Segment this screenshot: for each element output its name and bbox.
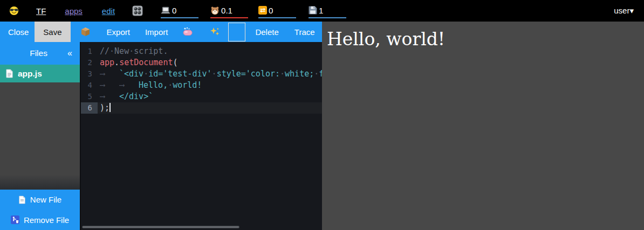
close-button[interactable]: Close (8, 27, 29, 37)
line-number[interactable]: 6 (81, 102, 98, 114)
import-button[interactable]: Import (145, 27, 168, 37)
laptop-icon (161, 6, 170, 15)
user-menu[interactable]: user▾ (614, 6, 634, 16)
new-file-label: New File (30, 195, 61, 204)
code-line-text: ); (98, 102, 111, 114)
repeat-icon (258, 6, 267, 15)
file-name: app.js (18, 69, 42, 79)
files-header: Files « (0, 42, 80, 65)
code-line-text: ⟶⟶Hello,·world! (98, 80, 202, 91)
main-area: Close Save Export Import (0, 22, 644, 230)
line-number[interactable]: 1 (81, 46, 98, 57)
text-cursor (109, 103, 111, 112)
package-icon[interactable] (80, 27, 91, 37)
code-line-text: app.setDocument( (98, 57, 178, 68)
file-item-appjs[interactable]: app.js (0, 65, 80, 82)
control-knobs-icon[interactable] (132, 5, 143, 16)
code-line[interactable]: 6); (81, 102, 322, 114)
save-button[interactable]: Save (35, 22, 70, 42)
new-file-page-icon (18, 196, 26, 204)
metric-value: 0 (269, 6, 273, 15)
files-sidebar: Files « app.js (0, 42, 80, 230)
loops-metric-field[interactable]: 0 (258, 4, 296, 18)
soap-icon[interactable] (182, 27, 193, 37)
file-page-icon (5, 69, 13, 78)
metric-value: 1 (319, 6, 323, 15)
code-line[interactable]: 2app.setDocument( (81, 57, 322, 68)
code-line[interactable]: 3⟶`<div·id='test-div'·style='color:·whit… (81, 68, 322, 80)
apps-link[interactable]: apps (65, 6, 83, 16)
brand-link[interactable]: TF (36, 6, 46, 16)
output-pane: Hello, world! (322, 22, 644, 230)
files-title: Files (0, 48, 67, 58)
content-row: Files « app.js (0, 42, 322, 230)
ide-panel: Close Save Export Import (0, 22, 322, 230)
line-number[interactable]: 3 (81, 68, 98, 80)
cpu-metric-field[interactable]: 0 (161, 4, 198, 18)
line-number[interactable]: 2 (81, 57, 98, 68)
blank-button[interactable] (228, 23, 245, 41)
sunglasses-face-icon[interactable] (9, 6, 19, 16)
metric-value: 0 (172, 6, 176, 15)
memory-metric-field[interactable]: 0.1 (210, 4, 248, 18)
output-text: Hello, world! (322, 22, 644, 50)
remove-file-label: Remove File (24, 215, 69, 225)
saves-metric-field[interactable]: 1 (309, 4, 346, 18)
line-number[interactable]: 5 (81, 91, 98, 102)
code-line-text: ⟶</div>` (98, 91, 153, 102)
floppy-icon (309, 6, 317, 15)
line-number[interactable]: 4 (81, 80, 98, 91)
editor-toolbar: Close Save Export Import (0, 22, 322, 42)
litter-bin-icon (11, 215, 19, 224)
code-line-text: ⟶`<div·id='test-div'·style='color:·white… (98, 68, 322, 80)
remove-file-button[interactable]: Remove File (0, 210, 80, 230)
sidebar-filler (0, 82, 80, 190)
delete-button[interactable]: Delete (255, 27, 278, 37)
code-line[interactable]: 5⟶</div>` (81, 91, 322, 102)
code-lines: 1//·New·script.2app.setDocument(3⟶`<div·… (81, 46, 322, 114)
code-line[interactable]: 4⟶⟶Hello,·world! (81, 80, 322, 91)
top-navbar: TF apps edit 0 (0, 0, 644, 22)
metric-value: 0.1 (221, 6, 232, 15)
export-button[interactable]: Export (107, 27, 130, 37)
code-line[interactable]: 1//·New·script. (81, 46, 322, 57)
trace-button[interactable]: Trace (294, 27, 315, 37)
edit-link[interactable]: edit (102, 6, 115, 16)
code-editor[interactable]: 1//·New·script.2app.setDocument(3⟶`<div·… (80, 42, 322, 230)
sparkles-icon[interactable] (210, 27, 220, 37)
hamster-icon (210, 6, 220, 15)
horizontal-scrollbar[interactable] (82, 226, 239, 228)
collapse-sidebar-button[interactable]: « (67, 48, 80, 58)
code-line-text: //·New·script. (98, 46, 168, 57)
new-file-button[interactable]: New File (0, 190, 80, 210)
